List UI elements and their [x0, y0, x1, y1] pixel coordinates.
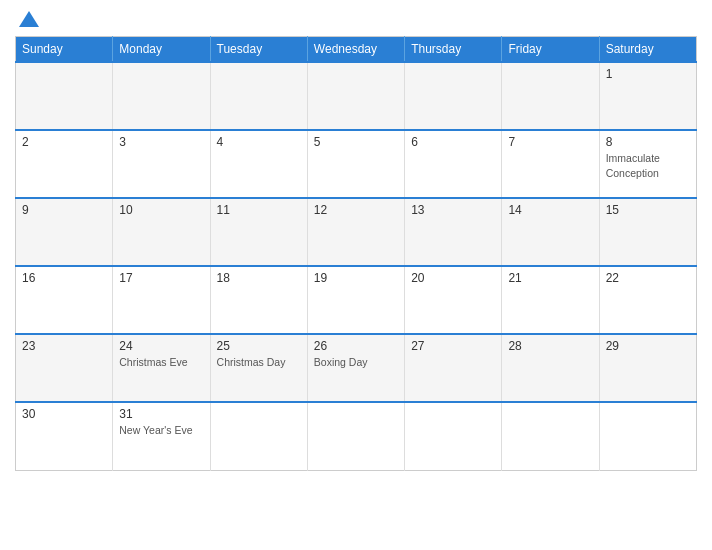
calendar-cell-row6-col1: 30: [16, 402, 113, 470]
calendar-cell-row1-col4: [307, 62, 404, 130]
day-number: 17: [119, 271, 203, 285]
day-number: 12: [314, 203, 398, 217]
day-number: 22: [606, 271, 690, 285]
calendar-cell-row3-col6: 14: [502, 198, 599, 266]
weekday-header-monday: Monday: [113, 37, 210, 63]
day-number: 19: [314, 271, 398, 285]
calendar-table: SundayMondayTuesdayWednesdayThursdayFrid…: [15, 36, 697, 471]
calendar-cell-row2-col7: 8Immaculate Conception: [599, 130, 696, 198]
calendar-cell-row6-col5: [405, 402, 502, 470]
day-number: 14: [508, 203, 592, 217]
calendar-cell-row3-col4: 12: [307, 198, 404, 266]
calendar-row-4: 16171819202122: [16, 266, 697, 334]
day-number: 29: [606, 339, 690, 353]
day-number: 31: [119, 407, 203, 421]
holiday-label: Christmas Day: [217, 356, 286, 368]
header: [15, 10, 697, 28]
calendar-cell-row6-col2: 31New Year's Eve: [113, 402, 210, 470]
calendar-cell-row3-col3: 11: [210, 198, 307, 266]
day-number: 4: [217, 135, 301, 149]
day-number: 5: [314, 135, 398, 149]
calendar-cell-row4-col4: 19: [307, 266, 404, 334]
calendar-cell-row5-col1: 23: [16, 334, 113, 402]
calendar-cell-row5-col5: 27: [405, 334, 502, 402]
calendar-cell-row6-col6: [502, 402, 599, 470]
day-number: 18: [217, 271, 301, 285]
day-number: 6: [411, 135, 495, 149]
calendar-cell-row3-col2: 10: [113, 198, 210, 266]
calendar-row-3: 9101112131415: [16, 198, 697, 266]
calendar-cell-row5-col3: 25Christmas Day: [210, 334, 307, 402]
weekday-header-sunday: Sunday: [16, 37, 113, 63]
calendar-row-2: 2345678Immaculate Conception: [16, 130, 697, 198]
calendar-cell-row1-col7: 1: [599, 62, 696, 130]
holiday-label: Christmas Eve: [119, 356, 187, 368]
weekday-header-tuesday: Tuesday: [210, 37, 307, 63]
day-number: 10: [119, 203, 203, 217]
calendar-cell-row3-col7: 15: [599, 198, 696, 266]
day-number: 27: [411, 339, 495, 353]
calendar-cell-row1-col6: [502, 62, 599, 130]
logo: [15, 10, 42, 28]
holiday-label: Boxing Day: [314, 356, 368, 368]
calendar-cell-row1-col1: [16, 62, 113, 130]
day-number: 9: [22, 203, 106, 217]
weekday-header-wednesday: Wednesday: [307, 37, 404, 63]
calendar-cell-row6-col4: [307, 402, 404, 470]
calendar-cell-row2-col2: 3: [113, 130, 210, 198]
day-number: 3: [119, 135, 203, 149]
day-number: 21: [508, 271, 592, 285]
day-number: 1: [606, 67, 690, 81]
day-number: 2: [22, 135, 106, 149]
calendar-cell-row1-col2: [113, 62, 210, 130]
page: SundayMondayTuesdayWednesdayThursdayFrid…: [0, 0, 712, 550]
calendar-cell-row6-col7: [599, 402, 696, 470]
calendar-cell-row4-col1: 16: [16, 266, 113, 334]
calendar-cell-row5-col6: 28: [502, 334, 599, 402]
calendar-cell-row2-col4: 5: [307, 130, 404, 198]
calendar-cell-row6-col3: [210, 402, 307, 470]
svg-marker-0: [19, 11, 39, 27]
calendar-row-1: 1: [16, 62, 697, 130]
calendar-cell-row1-col3: [210, 62, 307, 130]
calendar-cell-row4-col5: 20: [405, 266, 502, 334]
day-number: 16: [22, 271, 106, 285]
day-number: 26: [314, 339, 398, 353]
day-number: 13: [411, 203, 495, 217]
calendar-cell-row5-col7: 29: [599, 334, 696, 402]
calendar-cell-row4-col3: 18: [210, 266, 307, 334]
logo-icon: [18, 10, 40, 28]
day-number: 7: [508, 135, 592, 149]
calendar-cell-row2-col5: 6: [405, 130, 502, 198]
day-number: 30: [22, 407, 106, 421]
calendar-cell-row4-col2: 17: [113, 266, 210, 334]
day-number: 23: [22, 339, 106, 353]
calendar-cell-row2-col1: 2: [16, 130, 113, 198]
calendar-cell-row1-col5: [405, 62, 502, 130]
calendar-cell-row4-col7: 22: [599, 266, 696, 334]
day-number: 15: [606, 203, 690, 217]
calendar-cell-row3-col1: 9: [16, 198, 113, 266]
calendar-cell-row2-col6: 7: [502, 130, 599, 198]
holiday-label: Immaculate Conception: [606, 152, 660, 179]
calendar-row-6: 3031New Year's Eve: [16, 402, 697, 470]
weekday-header-thursday: Thursday: [405, 37, 502, 63]
holiday-label: New Year's Eve: [119, 424, 192, 436]
day-number: 28: [508, 339, 592, 353]
day-number: 24: [119, 339, 203, 353]
calendar-cell-row2-col3: 4: [210, 130, 307, 198]
calendar-cell-row3-col5: 13: [405, 198, 502, 266]
weekday-header-saturday: Saturday: [599, 37, 696, 63]
day-number: 20: [411, 271, 495, 285]
day-number: 8: [606, 135, 690, 149]
day-number: 25: [217, 339, 301, 353]
day-number: 11: [217, 203, 301, 217]
calendar-cell-row5-col2: 24Christmas Eve: [113, 334, 210, 402]
calendar-row-5: 2324Christmas Eve25Christmas Day26Boxing…: [16, 334, 697, 402]
calendar-cell-row4-col6: 21: [502, 266, 599, 334]
calendar-cell-row5-col4: 26Boxing Day: [307, 334, 404, 402]
weekday-header-row: SundayMondayTuesdayWednesdayThursdayFrid…: [16, 37, 697, 63]
weekday-header-friday: Friday: [502, 37, 599, 63]
